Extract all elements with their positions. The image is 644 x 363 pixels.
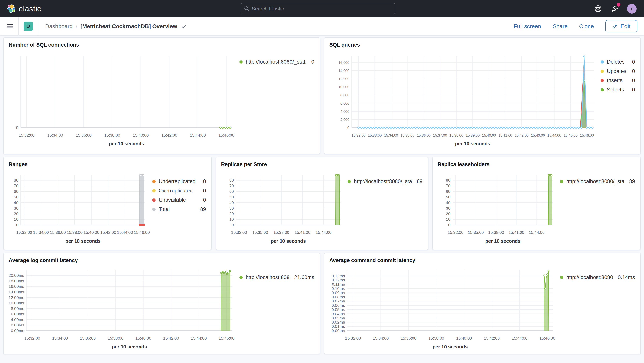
svg-text:15:44:00: 15:44:00 <box>529 230 544 235</box>
legend-value: 0 <box>310 59 314 65</box>
legend-item[interactable]: http://localhost:808...21.60ms <box>240 274 314 280</box>
legend-item[interactable]: http://localhost:8080/_sta...89 <box>560 179 635 184</box>
svg-text:15:36:00: 15:36:00 <box>80 336 96 340</box>
svg-text:15:40:00: 15:40:00 <box>482 133 496 137</box>
svg-text:0.00ms: 0.00ms <box>332 328 345 333</box>
chart-sql-queries: 02,0004,0006,0008,00010,00012,00014,0001… <box>330 49 599 152</box>
panel-title: Replica leaseholders <box>438 160 635 168</box>
elastic-logo[interactable]: elastic <box>7 5 41 13</box>
legend-item[interactable]: Total89 <box>152 206 206 212</box>
svg-text:15:37:00: 15:37:00 <box>433 133 447 137</box>
legend-dot-icon <box>600 88 604 92</box>
svg-text:8.00ms: 8.00ms <box>11 306 24 311</box>
svg-text:15:36:00: 15:36:00 <box>416 133 430 137</box>
svg-text:15:41:00: 15:41:00 <box>508 230 524 235</box>
legend-item[interactable]: http://localhost:8080...0.14ms <box>560 274 635 280</box>
edit-button[interactable]: Edit <box>605 20 638 33</box>
breadcrumb-dashboard-link[interactable]: Dashboard <box>45 23 73 30</box>
svg-text:15:44:00: 15:44:00 <box>190 133 206 137</box>
user-avatar[interactable]: r <box>627 4 637 14</box>
global-search[interactable] <box>240 3 395 14</box>
legend-value: 0.14ms <box>616 274 635 280</box>
edit-button-label: Edit <box>620 23 630 30</box>
panel-title: SQL queries <box>330 41 636 49</box>
svg-text:15:38:00: 15:38:00 <box>428 336 444 340</box>
svg-text:per 10 seconds: per 10 seconds <box>455 141 490 146</box>
full-screen-button[interactable]: Full screen <box>514 23 541 30</box>
svg-text:15:39:00: 15:39:00 <box>466 133 480 137</box>
legend-value: 0 <box>202 197 206 203</box>
svg-text:40: 40 <box>446 200 450 205</box>
svg-text:15:34:00: 15:34:00 <box>47 133 63 137</box>
chart-legend: http://localhost:8080/_sta...89 <box>558 168 635 250</box>
chart-replica-leaseholders: 0102030405060708015:32:0015:35:0015:38:0… <box>438 168 558 248</box>
share-button[interactable]: Share <box>552 23 568 30</box>
svg-text:0.03ms: 0.03ms <box>332 316 345 320</box>
chart-legend: http://localhost:8080...0.14ms <box>558 264 635 354</box>
chart-average-command-commit-latency: 0.00ms0.01ms0.02ms0.03ms0.04ms0.05ms0.06… <box>330 264 558 354</box>
legend-item[interactable]: Unavailable0 <box>152 197 206 203</box>
svg-text:6.00ms: 6.00ms <box>11 312 24 316</box>
panel-title: Ranges <box>9 160 206 168</box>
legend-value: 0 <box>630 68 635 74</box>
legend-item[interactable]: Selects0 <box>600 87 635 93</box>
legend-value: 0 <box>202 188 206 194</box>
svg-text:4,000: 4,000 <box>340 110 349 114</box>
svg-text:50: 50 <box>229 195 234 199</box>
svg-text:15:46:00: 15:46:00 <box>539 336 555 340</box>
svg-text:per 10 seconds: per 10 seconds <box>112 344 147 349</box>
panel-number-of-sql-connections: Number of SQL connections 015:32:0015:34… <box>3 37 320 154</box>
legend-item[interactable]: Underreplicated0 <box>152 179 206 184</box>
svg-text:15:40:00: 15:40:00 <box>456 336 472 340</box>
newsfeed-button[interactable] <box>610 5 619 13</box>
dashboard-app-icon[interactable]: D <box>24 22 33 31</box>
svg-text:15:35:00: 15:35:00 <box>252 230 268 235</box>
legend-item[interactable]: Deletes0 <box>600 59 635 65</box>
page-title: [Metricbeat CockroachDB] Overview <box>80 23 177 30</box>
svg-text:16.00ms: 16.00ms <box>9 284 24 288</box>
legend-item[interactable]: Overreplicated0 <box>152 188 206 194</box>
svg-text:15:46:00: 15:46:00 <box>219 336 234 340</box>
svg-text:0.08ms: 0.08ms <box>332 295 345 299</box>
svg-text:20: 20 <box>229 211 234 216</box>
svg-text:15:45:00: 15:45:00 <box>564 133 577 137</box>
svg-text:per 10 seconds: per 10 seconds <box>485 238 520 244</box>
clone-button[interactable]: Clone <box>579 23 594 30</box>
panel-ranges: Ranges 0102030405060708015:32:0015:34:00… <box>3 157 212 250</box>
svg-text:15:42:00: 15:42:00 <box>514 133 528 137</box>
legend-value: 89 <box>199 206 206 212</box>
svg-text:15:40:00: 15:40:00 <box>84 230 99 235</box>
svg-text:15:46:00: 15:46:00 <box>134 230 150 235</box>
legend-item[interactable]: Inserts0 <box>600 78 635 84</box>
legend-label: Deletes <box>607 59 628 65</box>
legend-item[interactable]: http://localhost:8080/_stat...0 <box>240 59 314 65</box>
svg-text:0.01ms: 0.01ms <box>332 324 345 328</box>
svg-text:15:36:00: 15:36:00 <box>50 230 66 235</box>
panel-title: Average log commit latency <box>9 256 315 264</box>
svg-text:0: 0 <box>16 125 18 130</box>
legend-value: 89 <box>415 179 422 184</box>
svg-text:80: 80 <box>229 178 234 182</box>
legend-label: http://localhost:8080/_stat... <box>246 59 307 65</box>
legend-value: 21.60ms <box>293 274 314 280</box>
svg-text:15:32:00: 15:32:00 <box>448 230 464 235</box>
legend-item[interactable]: Updates0 <box>600 68 635 74</box>
title-check-icon[interactable] <box>182 24 186 29</box>
svg-text:15:42:00: 15:42:00 <box>100 230 116 235</box>
legend-dot-icon <box>152 189 156 192</box>
svg-text:12,000: 12,000 <box>338 77 349 81</box>
search-input[interactable] <box>252 6 392 12</box>
svg-text:40: 40 <box>14 200 18 205</box>
global-header: elastic <box>0 0 644 18</box>
help-menu-button[interactable] <box>594 5 602 13</box>
chart-ranges: 0102030405060708015:32:0015:34:0015:36:0… <box>9 168 150 248</box>
svg-text:15:42:00: 15:42:00 <box>163 336 179 340</box>
svg-text:15:34:00: 15:34:00 <box>52 336 68 340</box>
svg-text:15:42:00: 15:42:00 <box>484 336 500 340</box>
panel-title: Average command commit latency <box>330 256 636 264</box>
nav-menu-button[interactable] <box>6 23 13 30</box>
svg-text:12.00ms: 12.00ms <box>9 295 24 300</box>
svg-text:15:40:00: 15:40:00 <box>133 133 149 137</box>
svg-text:15:36:00: 15:36:00 <box>400 336 416 340</box>
legend-item[interactable]: http://localhost:8080/_sta...89 <box>348 179 422 184</box>
